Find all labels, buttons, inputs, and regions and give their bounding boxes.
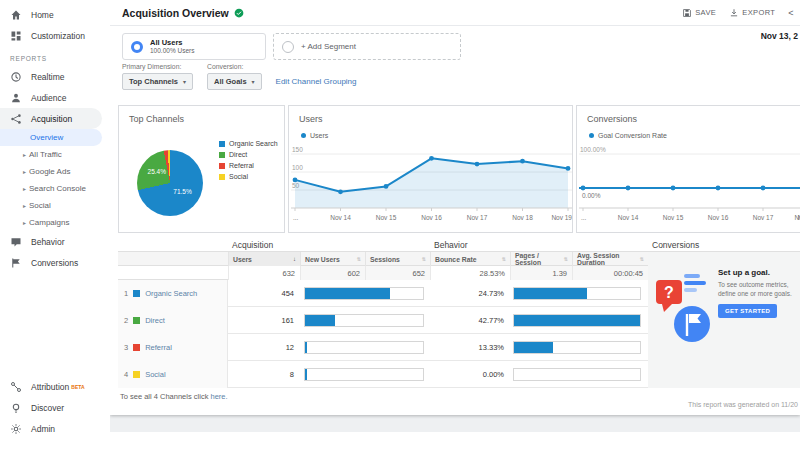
sidebar-item-behavior[interactable]: Behavior: [0, 231, 102, 252]
sidebar-item-label: Home: [31, 10, 54, 20]
column-header-new-users[interactable]: New Users⇅: [300, 252, 365, 266]
table-footer-text: To see all 4 Channels click: [120, 392, 210, 401]
sidebar-item-label: Admin: [31, 424, 55, 434]
channel-color-swatch: [133, 290, 140, 297]
users-legend: Users: [301, 132, 328, 139]
users-bar-fill: [305, 369, 307, 380]
sidebar-item-customization[interactable]: Customization: [0, 25, 102, 46]
sidebar-item-all-traffic[interactable]: ▸All Traffic: [0, 146, 102, 163]
svg-text:...: ...: [581, 214, 587, 221]
see-all-channels-link[interactable]: here.: [210, 392, 227, 401]
bounce-rate-bar-fill: [514, 315, 640, 326]
sort-icon: ⇅: [422, 256, 426, 262]
pie-legend: Organic SearchDirectReferralSocial: [219, 138, 278, 182]
segment-all-users[interactable]: All Users 100.00% Users: [122, 33, 266, 60]
sidebar-item-acquisition[interactable]: Acquisition: [0, 108, 102, 129]
channel-cell: 4Social: [118, 361, 228, 388]
sidebar: HomeCustomizationREPORTSRealtimeAudience…: [0, 0, 110, 432]
sidebar-item-admin[interactable]: Admin: [0, 418, 102, 439]
sidebar-item-label: Overview: [30, 133, 63, 142]
home-icon: [10, 9, 22, 21]
bounce-rate-bar: [513, 368, 641, 381]
primary-dimension-label: Primary Dimension:: [122, 63, 193, 70]
total-pages-session: 1.39: [510, 266, 572, 280]
legend-label: Direct: [229, 151, 247, 158]
legend-swatch-icon: [219, 174, 225, 180]
get-started-button[interactable]: GET STARTED: [718, 304, 777, 318]
sidebar-item-label: Realtime: [31, 72, 65, 82]
behavior-icon: [10, 236, 22, 248]
expand-arrow-icon: ▸: [23, 202, 26, 209]
channel-rank: 1: [124, 289, 128, 298]
channel-cell: 3Referral: [118, 334, 228, 361]
channel-link[interactable]: Social: [145, 370, 165, 379]
sidebar-item-social[interactable]: ▸Social: [0, 197, 102, 214]
channel-link[interactable]: Referral: [145, 343, 172, 352]
legend-swatch-icon: [219, 163, 225, 169]
sidebar-item-campaigns[interactable]: ▸Campaigns: [0, 214, 102, 231]
sidebar-item-audience[interactable]: Audience: [0, 87, 102, 108]
goal-body: To see outcome metrics, define one or mo…: [718, 280, 796, 298]
segment-subtitle: 100.00% Users: [150, 47, 194, 55]
bounce-rate-value: 24.73%: [430, 280, 510, 307]
save-button[interactable]: SAVE: [682, 8, 716, 18]
channel-link[interactable]: Organic Search: [145, 289, 197, 298]
bounce-rate-value: 42.77%: [430, 307, 510, 334]
pie-slice-label: 25.4%: [148, 168, 166, 175]
svg-text:0.00%: 0.00%: [582, 192, 601, 199]
report-generated-note: This report was generated on 11/20: [688, 401, 798, 408]
edit-channel-grouping-link[interactable]: Edit Channel Grouping: [276, 77, 357, 86]
sidebar-item-overview[interactable]: Overview: [0, 129, 102, 146]
share-icon[interactable]: <: [788, 8, 794, 18]
svg-text:Nov 16: Nov 16: [421, 214, 442, 221]
channel-link[interactable]: Direct: [145, 316, 165, 325]
sidebar-item-search-console[interactable]: ▸Search Console: [0, 180, 102, 197]
channel-color-swatch: [133, 317, 140, 324]
svg-text:...: ...: [293, 214, 299, 221]
column-header-pages-session[interactable]: Pages / Session⇅: [510, 252, 572, 266]
conversions-chart-card: Conversions Goal Conversion Rate 100.00%…: [576, 105, 800, 233]
users-value: 8: [228, 361, 300, 388]
export-label: EXPORT: [742, 8, 775, 17]
segment-title: All Users: [150, 38, 194, 47]
sidebar-item-label: All Traffic: [29, 150, 62, 159]
legend-item-organic-search: Organic Search: [219, 138, 278, 149]
date-range[interactable]: Nov 13, 2: [761, 31, 798, 41]
svg-text:Nov 18: Nov 18: [512, 214, 533, 221]
bounce-rate-bar: [513, 287, 641, 300]
legend-dot-icon: [301, 133, 306, 138]
sidebar-item-realtime[interactable]: Realtime: [0, 66, 102, 87]
column-header-avg-session-duration[interactable]: Avg. Session Duration⇅: [572, 252, 648, 266]
legend-label: Social: [229, 173, 248, 180]
users-bar: [304, 368, 424, 381]
goal-flag-icon: [674, 306, 710, 342]
column-header-bounce-rate[interactable]: Bounce Rate⇅: [430, 252, 510, 266]
sidebar-item-conversions[interactable]: Conversions: [0, 252, 102, 273]
column-header-sessions[interactable]: Sessions⇅: [365, 252, 430, 266]
total-new-users: 602: [300, 266, 365, 280]
total-sessions: 652: [365, 266, 430, 280]
legend-item-direct: Direct: [219, 149, 278, 160]
column-header-users[interactable]: Users↓: [228, 252, 300, 266]
total-avg-session-duration: 00:00:45: [572, 266, 648, 280]
legend-dot-icon: [589, 133, 594, 138]
sidebar-item-attribution[interactable]: AttributionBETA: [0, 376, 102, 397]
svg-text:?: ?: [664, 284, 674, 301]
sort-descending-icon: ↓: [293, 256, 296, 262]
conversion-dropdown[interactable]: All Goals ▾: [207, 73, 262, 90]
total-users: 632: [228, 266, 300, 280]
sidebar-item-home[interactable]: Home: [0, 4, 102, 25]
add-segment-button[interactable]: + Add Segment: [273, 33, 461, 60]
sidebar-item-google-ads[interactable]: ▸Google Ads: [0, 163, 102, 180]
channel-rank: 2: [124, 316, 128, 325]
sidebar-item-discover[interactable]: Discover: [0, 397, 102, 418]
add-segment-label: + Add Segment: [301, 42, 356, 51]
sidebar-item-label: Attribution: [31, 382, 69, 392]
legend-label: Organic Search: [229, 140, 278, 147]
primary-dimension-dropdown[interactable]: Top Channels ▾: [122, 73, 193, 90]
export-button[interactable]: EXPORT: [729, 8, 775, 18]
sort-icon: ⇅: [564, 256, 568, 262]
conversions-icon: [10, 257, 22, 269]
conversions-legend: Goal Conversion Rate: [589, 132, 667, 139]
svg-text:Nov 14: Nov 14: [618, 214, 639, 221]
